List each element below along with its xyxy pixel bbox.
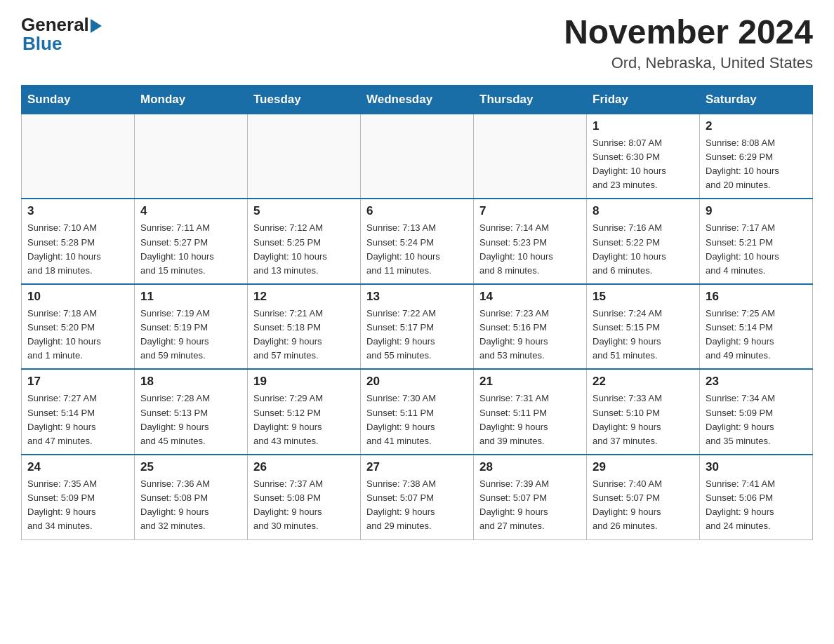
day-info: Sunrise: 7:17 AM Sunset: 5:21 PM Dayligh… <box>706 221 807 278</box>
calendar-day: 17Sunrise: 7:27 AM Sunset: 5:14 PM Dayli… <box>22 369 135 455</box>
calendar-day: 21Sunrise: 7:31 AM Sunset: 5:11 PM Dayli… <box>474 369 587 455</box>
day-info: Sunrise: 7:31 AM Sunset: 5:11 PM Dayligh… <box>479 391 581 448</box>
day-info: Sunrise: 7:37 AM Sunset: 5:08 PM Dayligh… <box>253 477 355 534</box>
logo-triangle-icon <box>91 19 102 33</box>
day-info: Sunrise: 7:36 AM Sunset: 5:08 PM Dayligh… <box>140 477 241 534</box>
calendar-day: 23Sunrise: 7:34 AM Sunset: 5:09 PM Dayli… <box>700 369 813 455</box>
day-number: 8 <box>593 204 694 218</box>
weekday-header-monday: Monday <box>135 85 248 114</box>
calendar-day: 13Sunrise: 7:22 AM Sunset: 5:17 PM Dayli… <box>361 284 474 370</box>
day-number: 18 <box>140 375 241 389</box>
month-title: November 2024 <box>564 14 813 51</box>
calendar-day: 24Sunrise: 7:35 AM Sunset: 5:09 PM Dayli… <box>22 455 135 539</box>
week-row-3: 17Sunrise: 7:27 AM Sunset: 5:14 PM Dayli… <box>22 369 813 455</box>
day-number: 25 <box>140 460 241 474</box>
day-info: Sunrise: 7:12 AM Sunset: 5:25 PM Dayligh… <box>253 221 355 278</box>
day-number: 14 <box>479 290 581 304</box>
day-number: 4 <box>140 204 241 218</box>
day-info: Sunrise: 7:38 AM Sunset: 5:07 PM Dayligh… <box>366 477 468 534</box>
day-number: 9 <box>706 204 807 218</box>
calendar-day: 2Sunrise: 8:08 AM Sunset: 6:29 PM Daylig… <box>700 114 813 199</box>
day-number: 24 <box>27 460 128 474</box>
weekday-header-thursday: Thursday <box>474 85 587 114</box>
day-number: 13 <box>366 290 468 304</box>
calendar-day: 3Sunrise: 7:10 AM Sunset: 5:28 PM Daylig… <box>22 199 135 284</box>
calendar-day: 26Sunrise: 7:37 AM Sunset: 5:08 PM Dayli… <box>248 455 361 539</box>
calendar-day <box>248 114 361 199</box>
day-number: 7 <box>479 204 581 218</box>
day-info: Sunrise: 7:19 AM Sunset: 5:19 PM Dayligh… <box>140 307 241 363</box>
calendar-day <box>22 114 135 199</box>
calendar-day: 25Sunrise: 7:36 AM Sunset: 5:08 PM Dayli… <box>135 455 248 539</box>
day-number: 23 <box>706 375 807 389</box>
calendar-day: 29Sunrise: 7:40 AM Sunset: 5:07 PM Dayli… <box>587 455 700 539</box>
day-info: Sunrise: 7:13 AM Sunset: 5:24 PM Dayligh… <box>366 221 468 278</box>
day-info: Sunrise: 7:11 AM Sunset: 5:27 PM Dayligh… <box>140 221 241 278</box>
day-info: Sunrise: 7:25 AM Sunset: 5:14 PM Dayligh… <box>706 307 807 363</box>
calendar-day: 6Sunrise: 7:13 AM Sunset: 5:24 PM Daylig… <box>361 199 474 284</box>
day-info: Sunrise: 7:28 AM Sunset: 5:13 PM Dayligh… <box>140 391 241 448</box>
day-info: Sunrise: 7:40 AM Sunset: 5:07 PM Dayligh… <box>593 477 694 534</box>
day-info: Sunrise: 7:24 AM Sunset: 5:15 PM Dayligh… <box>593 307 694 363</box>
day-info: Sunrise: 7:22 AM Sunset: 5:17 PM Dayligh… <box>366 307 468 363</box>
calendar-day: 4Sunrise: 7:11 AM Sunset: 5:27 PM Daylig… <box>135 199 248 284</box>
logo-blue-text: Blue <box>22 33 62 54</box>
day-number: 6 <box>366 204 468 218</box>
day-info: Sunrise: 7:29 AM Sunset: 5:12 PM Dayligh… <box>253 391 355 448</box>
calendar-day: 10Sunrise: 7:18 AM Sunset: 5:20 PM Dayli… <box>22 284 135 370</box>
day-number: 12 <box>253 290 355 304</box>
calendar-day: 12Sunrise: 7:21 AM Sunset: 5:18 PM Dayli… <box>248 284 361 370</box>
day-info: Sunrise: 7:41 AM Sunset: 5:06 PM Dayligh… <box>706 477 807 534</box>
day-info: Sunrise: 7:30 AM Sunset: 5:11 PM Dayligh… <box>366 391 468 448</box>
calendar-day: 14Sunrise: 7:23 AM Sunset: 5:16 PM Dayli… <box>474 284 587 370</box>
calendar-day: 27Sunrise: 7:38 AM Sunset: 5:07 PM Dayli… <box>361 455 474 539</box>
calendar-day: 9Sunrise: 7:17 AM Sunset: 5:21 PM Daylig… <box>700 199 813 284</box>
day-number: 19 <box>253 375 355 389</box>
title-area: November 2024 Ord, Nebraska, United Stat… <box>564 14 813 72</box>
day-number: 15 <box>593 290 694 304</box>
calendar-day: 7Sunrise: 7:14 AM Sunset: 5:23 PM Daylig… <box>474 199 587 284</box>
weekday-header-saturday: Saturday <box>700 85 813 114</box>
location-title: Ord, Nebraska, United States <box>564 54 813 72</box>
calendar-day: 28Sunrise: 7:39 AM Sunset: 5:07 PM Dayli… <box>474 455 587 539</box>
calendar-day: 22Sunrise: 7:33 AM Sunset: 5:10 PM Dayli… <box>587 369 700 455</box>
day-number: 3 <box>27 204 128 218</box>
calendar-day: 8Sunrise: 7:16 AM Sunset: 5:22 PM Daylig… <box>587 199 700 284</box>
calendar-day: 1Sunrise: 8:07 AM Sunset: 6:30 PM Daylig… <box>587 114 700 199</box>
calendar-day: 15Sunrise: 7:24 AM Sunset: 5:15 PM Dayli… <box>587 284 700 370</box>
week-row-4: 24Sunrise: 7:35 AM Sunset: 5:09 PM Dayli… <box>22 455 813 539</box>
day-info: Sunrise: 7:14 AM Sunset: 5:23 PM Dayligh… <box>479 221 581 278</box>
day-number: 26 <box>253 460 355 474</box>
day-info: Sunrise: 7:21 AM Sunset: 5:18 PM Dayligh… <box>253 307 355 363</box>
day-number: 22 <box>593 375 694 389</box>
calendar-day <box>474 114 587 199</box>
day-info: Sunrise: 7:18 AM Sunset: 5:20 PM Dayligh… <box>27 307 128 363</box>
day-info: Sunrise: 7:34 AM Sunset: 5:09 PM Dayligh… <box>706 391 807 448</box>
day-info: Sunrise: 7:23 AM Sunset: 5:16 PM Dayligh… <box>479 307 581 363</box>
week-row-0: 1Sunrise: 8:07 AM Sunset: 6:30 PM Daylig… <box>22 114 813 199</box>
day-number: 20 <box>366 375 468 389</box>
page-header: General Blue November 2024 Ord, Nebraska… <box>21 14 813 72</box>
day-number: 5 <box>253 204 355 218</box>
week-row-2: 10Sunrise: 7:18 AM Sunset: 5:20 PM Dayli… <box>22 284 813 370</box>
calendar-day: 5Sunrise: 7:12 AM Sunset: 5:25 PM Daylig… <box>248 199 361 284</box>
day-number: 10 <box>27 290 128 304</box>
calendar-day: 18Sunrise: 7:28 AM Sunset: 5:13 PM Dayli… <box>135 369 248 455</box>
weekday-header-tuesday: Tuesday <box>248 85 361 114</box>
calendar-day: 30Sunrise: 7:41 AM Sunset: 5:06 PM Dayli… <box>700 455 813 539</box>
logo: General Blue <box>21 14 102 55</box>
day-info: Sunrise: 7:16 AM Sunset: 5:22 PM Dayligh… <box>593 221 694 278</box>
day-number: 21 <box>479 375 581 389</box>
weekday-header-friday: Friday <box>587 85 700 114</box>
day-info: Sunrise: 7:33 AM Sunset: 5:10 PM Dayligh… <box>593 391 694 448</box>
day-number: 11 <box>140 290 241 304</box>
day-number: 17 <box>27 375 128 389</box>
calendar-day: 19Sunrise: 7:29 AM Sunset: 5:12 PM Dayli… <box>248 369 361 455</box>
calendar-day: 11Sunrise: 7:19 AM Sunset: 5:19 PM Dayli… <box>135 284 248 370</box>
day-info: Sunrise: 7:27 AM Sunset: 5:14 PM Dayligh… <box>27 391 128 448</box>
day-info: Sunrise: 7:10 AM Sunset: 5:28 PM Dayligh… <box>27 221 128 278</box>
weekday-header-sunday: Sunday <box>22 85 135 114</box>
calendar-table: SundayMondayTuesdayWednesdayThursdayFrid… <box>21 85 813 540</box>
day-info: Sunrise: 7:35 AM Sunset: 5:09 PM Dayligh… <box>27 477 128 534</box>
weekday-header-row: SundayMondayTuesdayWednesdayThursdayFrid… <box>22 85 813 114</box>
